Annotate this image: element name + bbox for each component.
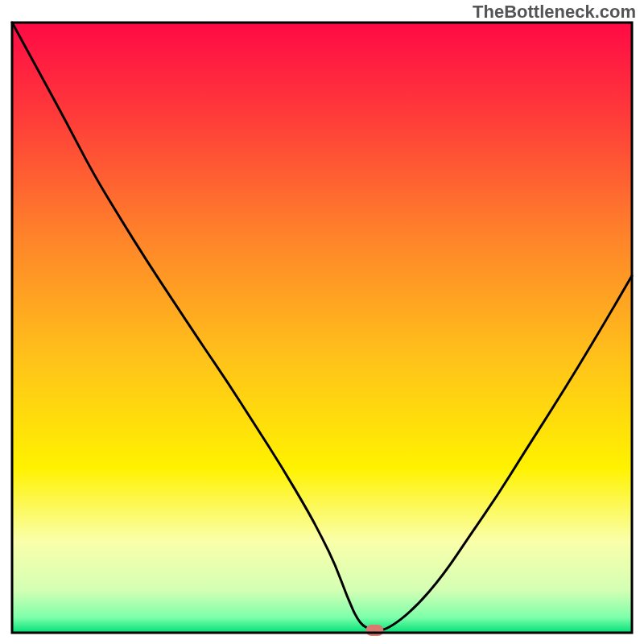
- plot-background: [12, 23, 632, 633]
- bottleneck-chart: TheBottleneck.com: [0, 0, 644, 644]
- chart-canvas: [0, 0, 644, 644]
- optimal-marker: [365, 625, 383, 636]
